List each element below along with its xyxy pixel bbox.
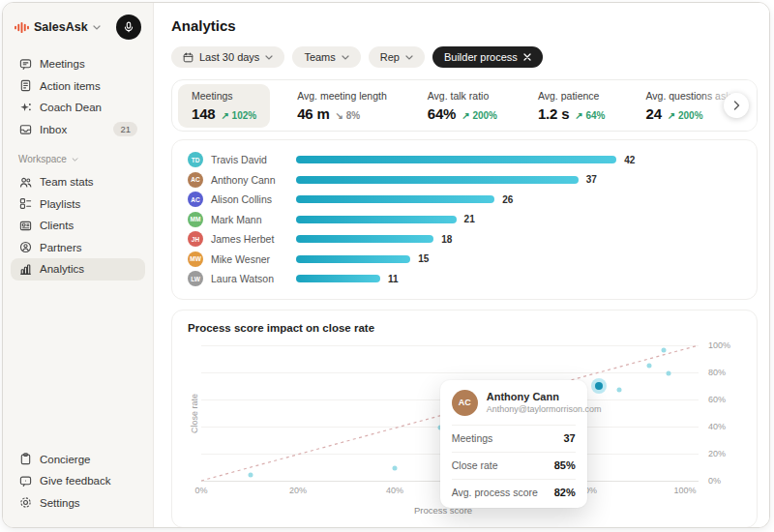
- brand-menu[interactable]: SalesAsk: [11, 13, 145, 53]
- bar-value: 18: [441, 234, 452, 245]
- stat-trend: ↘ 8%: [336, 110, 361, 121]
- y-tick-label: 40%: [708, 422, 726, 431]
- avatar: AC: [188, 192, 203, 207]
- sidebar-item-give-feedback[interactable]: Give feedback: [11, 470, 145, 492]
- mic-button[interactable]: [116, 15, 141, 40]
- tooltip-row: Avg. process score 82%: [452, 479, 576, 506]
- sidebar-item-action-items[interactable]: Action items: [11, 75, 145, 98]
- chevron-down-icon: [72, 158, 78, 162]
- sidebar-item-label: Playlists: [40, 198, 80, 210]
- stat-label: Meetings: [192, 90, 256, 102]
- scatter-point[interactable]: [662, 348, 667, 353]
- bar-row[interactable]: JHJames Herbet18: [188, 229, 741, 250]
- stat-card-avg-meeting-length[interactable]: Avg. meeting length46 m↘ 8%: [283, 84, 401, 128]
- bar-value: 42: [624, 155, 635, 165]
- sidebar-item-meetings[interactable]: Meetings: [11, 53, 145, 75]
- close-icon[interactable]: [523, 53, 531, 61]
- bar-row[interactable]: TDTravis David42: [188, 150, 741, 170]
- stat-trend: ↗ 64%: [575, 110, 605, 121]
- bar-value: 15: [418, 253, 429, 264]
- sidebar-item-label: Partners: [40, 242, 81, 253]
- avatar: MW: [188, 251, 203, 267]
- tooltip-row-label: Meetings: [452, 432, 493, 444]
- bar-person-name: Alison Collins: [211, 193, 296, 205]
- stat-label: Avg. talk ratio: [428, 90, 497, 102]
- stats-next-button[interactable]: [724, 93, 749, 118]
- rep-filter[interactable]: Rep: [369, 46, 425, 68]
- date-range-filter[interactable]: Last 30 days: [171, 46, 284, 68]
- bar-track: 21: [296, 214, 741, 224]
- sidebar-item-concierge[interactable]: Concierge: [11, 449, 145, 471]
- bar-person-name: Anthony Cann: [211, 174, 296, 186]
- builder-process-tag[interactable]: Builder process: [432, 46, 543, 68]
- sidebar-item-team-stats[interactable]: Team stats: [11, 171, 145, 193]
- bar: [296, 195, 494, 203]
- stat-trend: ↗ 200%: [461, 110, 497, 121]
- stat-value: 1.2 s: [538, 105, 569, 122]
- tooltip-row-label: Close rate: [452, 459, 498, 471]
- bar-rows: TDTravis David42ACAnthony Cann37ACAlison…: [188, 150, 741, 289]
- sidebar-item-label: Settings: [40, 497, 80, 509]
- bar-person-name: Mike Wesner: [211, 253, 296, 265]
- chevron-down-icon: [342, 55, 349, 60]
- workspace-label: Workspace: [18, 154, 67, 164]
- sidebar: SalesAsk Meetings Action items Coach Dea…: [3, 3, 154, 527]
- sidebar-item-inbox[interactable]: Inbox 21: [11, 119, 145, 141]
- sidebar-item-label: Clients: [40, 220, 74, 231]
- x-tick-label: 20%: [289, 486, 307, 495]
- bar-row[interactable]: LWLaura Watson11: [188, 269, 741, 289]
- workspace-section-toggle[interactable]: Workspace: [11, 140, 145, 171]
- scatter-point[interactable]: [646, 363, 651, 368]
- y-axis-ticks: 100%80%60%40%20%0%: [708, 345, 741, 481]
- sidebar-item-partners[interactable]: Partners: [11, 237, 145, 259]
- bar: [296, 275, 380, 282]
- stat-card-avg-talk-ratio[interactable]: Avg. talk ratio64%↗ 200%: [414, 84, 511, 128]
- bar: [296, 235, 433, 243]
- stat-card-meetings[interactable]: Meetings148↗ 102%: [178, 84, 270, 128]
- tooltip-name: Anthony Cann: [487, 391, 602, 402]
- bar: [296, 216, 457, 223]
- bar-row[interactable]: MMMark Mann21: [188, 210, 741, 230]
- chart-title: Process score impact on close rate: [188, 322, 741, 334]
- sidebar-item-coach-dean[interactable]: Coach Dean: [11, 97, 145, 119]
- tooltip-row-value: 85%: [554, 459, 576, 471]
- sidebar-item-playlists[interactable]: Playlists: [11, 193, 145, 216]
- scatter-point[interactable]: [667, 370, 671, 375]
- scatter-point[interactable]: [393, 465, 398, 470]
- scatter-point[interactable]: [249, 472, 253, 477]
- scatter-point-highlighted[interactable]: [595, 382, 603, 390]
- playlist-icon: [18, 197, 32, 210]
- bar-track: 11: [296, 274, 741, 284]
- bar-row[interactable]: MWMike Wesner15: [188, 250, 741, 270]
- scatter-point[interactable]: [616, 387, 621, 392]
- builder-process-label: Builder process: [444, 51, 518, 63]
- sidebar-item-clients[interactable]: Clients: [11, 215, 145, 237]
- teams-filter[interactable]: Teams: [292, 46, 360, 68]
- tooltip-row-value: 82%: [554, 487, 576, 498]
- sidebar-item-settings[interactable]: Settings: [11, 492, 145, 515]
- stats-row: Meetings148↗ 102%Avg. meeting length46 m…: [178, 84, 758, 128]
- bar: [296, 255, 410, 263]
- app-window: SalesAsk Meetings Action items Coach Dea…: [2, 2, 770, 528]
- stat-value: 148: [192, 105, 215, 122]
- avatar: AC: [452, 390, 478, 416]
- stat-trend: ↗ 200%: [668, 110, 703, 121]
- bar-row[interactable]: ACAlison Collins26: [188, 190, 741, 210]
- avatar: JH: [188, 231, 203, 247]
- feedback-icon: [18, 475, 32, 488]
- sparkle-icon: [18, 102, 32, 114]
- bar-value: 37: [586, 174, 597, 185]
- bar-track: 18: [296, 234, 741, 245]
- sidebar-item-label: Give feedback: [40, 475, 111, 487]
- bar: [296, 156, 616, 163]
- sidebar-item-label: Concierge: [40, 454, 90, 465]
- main-content: Analytics Last 30 days Teams Rep Builder…: [154, 3, 769, 527]
- stat-value: 24: [646, 105, 662, 122]
- sidebar-item-analytics[interactable]: Analytics: [11, 258, 145, 281]
- date-range-label: Last 30 days: [199, 51, 259, 63]
- teams-label: Teams: [304, 51, 335, 63]
- filter-bar: Last 30 days Teams Rep Builder process: [171, 46, 758, 68]
- stat-card-avg-patience[interactable]: Avg. patience1.2 s↗ 64%: [524, 84, 619, 128]
- stat-trend: ↗ 102%: [221, 110, 256, 121]
- bar-row[interactable]: ACAnthony Cann37: [188, 170, 741, 191]
